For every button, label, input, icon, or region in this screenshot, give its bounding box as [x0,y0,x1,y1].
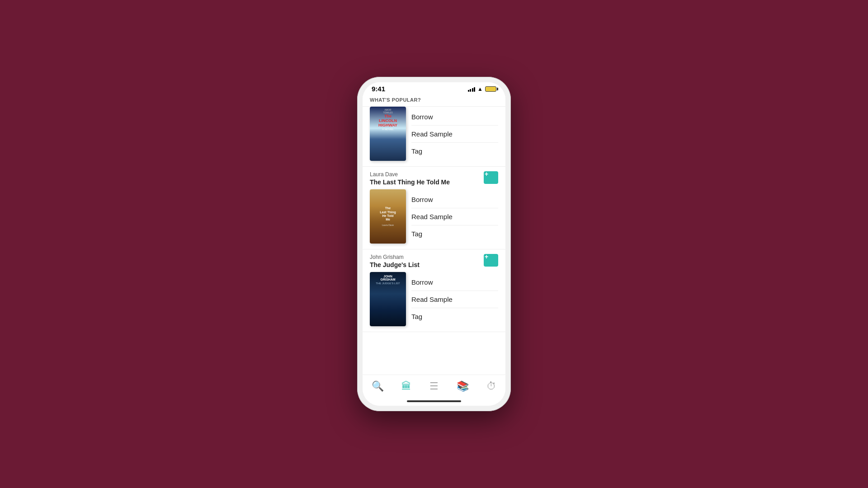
book-row-lastthing: TheLast ThingHe ToldMe Laura Dave Borrow… [370,189,498,244]
add-tag-icon-lastthing[interactable] [484,171,498,184]
nav-menu[interactable]: ☰ [426,379,442,394]
tag-button-lastthing[interactable]: Tag [411,225,498,242]
signal-icon [468,86,476,92]
book-item-judges: John Grisham The Judge's List JOHNGRISHA… [363,249,505,332]
search-nav-icon: 🔍 [372,380,384,392]
phone-device: 9:41 ▲ WHAT'S POPULAR? [357,77,511,411]
book-row-lincoln: AMORTOWLES TheLINCOLNHIGHWAY A NOVEL Bor… [370,107,498,161]
bottom-nav: 🔍 🏛 ☰ 📚 ⏱ [363,375,505,397]
book-title-row-lastthing: Laura Dave The Last Thing He Told Me [370,171,498,186]
nav-shelves[interactable]: 📚 [453,379,472,394]
lincoln-author-text: AMORTOWLES [383,108,392,114]
battery-icon [485,86,496,92]
page-header: WHAT'S POPULAR? [363,94,505,107]
book-meta-lastthing: Laura Dave The Last Thing He Told Me [370,171,450,186]
book-cover-judges[interactable]: JOHNGRISHAM THE JUDGE'S LIST [370,272,406,326]
phone-screen: 9:41 ▲ WHAT'S POPULAR? [363,82,505,406]
status-bar: 9:41 ▲ [363,82,505,94]
nav-library[interactable]: 🏛 [398,379,415,394]
book-item-lastthing: Laura Dave The Last Thing He Told Me The… [363,167,505,249]
book-row-judges: JOHNGRISHAM THE JUDGE'S LIST Borrow Read… [370,272,498,326]
book-cover-lastthing[interactable]: TheLast ThingHe ToldMe Laura Dave [370,189,406,244]
page-title: WHAT'S POPULAR? [370,97,498,103]
library-nav-icon: 🏛 [401,380,411,392]
status-time: 9:41 [372,85,385,93]
borrow-button-lincoln[interactable]: Borrow [411,108,498,126]
tag-button-lincoln[interactable]: Tag [411,143,498,160]
scroll-content[interactable]: AMORTOWLES TheLINCOLNHIGHWAY A NOVEL Bor… [363,107,505,375]
book-meta-judges: John Grisham The Judge's List [370,254,420,268]
read-sample-button-lincoln[interactable]: Read Sample [411,126,498,143]
add-tag-icon-judges[interactable] [484,254,498,267]
lastthing-cover-title: TheLast ThingHe ToldMe [380,206,396,222]
lincoln-title-text: TheLINCOLNHIGHWAY [378,114,397,128]
wifi-icon: ▲ [477,86,483,92]
book-title-row-judges: John Grisham The Judge's List [370,254,498,268]
book-author-lastthing: Laura Dave [370,171,450,178]
menu-nav-icon: ☰ [429,380,439,392]
nav-history[interactable]: ⏱ [483,379,500,394]
read-sample-button-judges[interactable]: Read Sample [411,291,498,308]
judges-cover-author: JOHNGRISHAM [380,275,395,281]
shelves-nav-icon: 📚 [457,380,469,392]
book-actions-lastthing: Borrow Read Sample Tag [411,189,498,244]
judges-cover-title: THE JUDGE'S LIST [376,282,400,285]
home-bar [407,400,461,402]
lastthing-cover-author: Laura Dave [382,224,394,226]
history-nav-icon: ⏱ [486,380,496,392]
borrow-button-judges[interactable]: Borrow [411,274,498,291]
status-icons: ▲ [468,86,496,92]
tag-button-judges[interactable]: Tag [411,308,498,325]
book-item-lincoln: AMORTOWLES TheLINCOLNHIGHWAY A NOVEL Bor… [363,107,505,167]
read-sample-button-lastthing[interactable]: Read Sample [411,208,498,225]
book-actions-lincoln: Borrow Read Sample Tag [411,107,498,161]
book-cover-lincoln[interactable]: AMORTOWLES TheLINCOLNHIGHWAY A NOVEL [370,107,406,161]
book-title-judges: The Judge's List [370,261,420,268]
home-indicator [363,397,505,406]
book-title-lastthing: The Last Thing He Told Me [370,178,450,186]
book-actions-judges: Borrow Read Sample Tag [411,272,498,326]
lincoln-subtitle: A NOVEL [382,128,394,131]
borrow-button-lastthing[interactable]: Borrow [411,191,498,208]
nav-search[interactable]: 🔍 [368,379,387,394]
book-author-judges: John Grisham [370,254,420,260]
